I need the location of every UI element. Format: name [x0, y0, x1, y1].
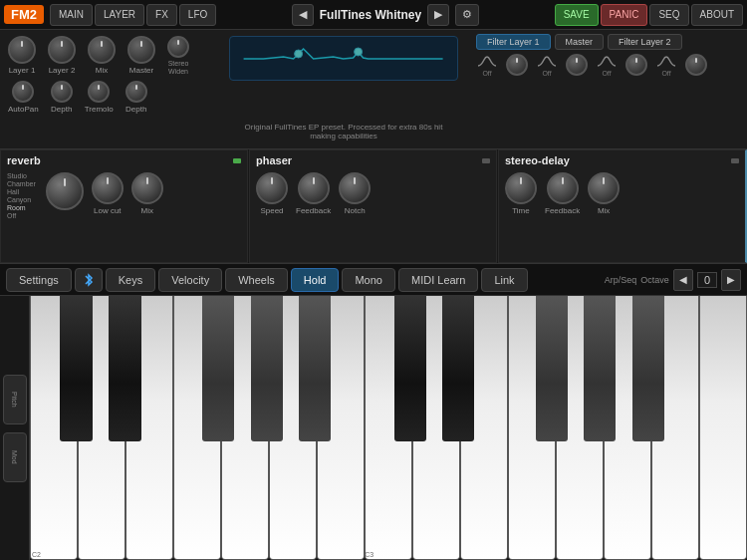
phaser-feedback-label: Feedback — [296, 206, 331, 215]
phaser-feedback-knob[interactable] — [298, 172, 330, 204]
phaser-knobs-row: Speed Feedback Notch — [256, 172, 490, 215]
phaser-speed-knob[interactable] — [256, 172, 288, 204]
black-key-ds2[interactable] — [109, 296, 140, 441]
delay-feedback-group: Feedback — [545, 172, 580, 215]
effects-section: reverb Studio Chamber Hall Canyon Room O… — [0, 149, 747, 264]
filter-knob-2-group — [566, 54, 588, 76]
filter-tabs: Filter Layer 1 Master Filter Layer 2 — [476, 34, 739, 50]
reverb-mix-knob[interactable] — [131, 172, 163, 204]
pitch-control[interactable]: Pitch — [3, 375, 27, 424]
black-key-as2[interactable] — [299, 296, 331, 441]
filter-knob-1[interactable] — [506, 54, 528, 76]
preset-options-icon[interactable]: ⚙ — [455, 4, 479, 26]
about-button[interactable]: ABOUT — [691, 4, 743, 26]
black-key-ds3[interactable] — [442, 296, 474, 441]
reverb-off-label: Off — [7, 212, 36, 219]
seq-button[interactable]: SEQ — [649, 4, 688, 26]
panic-button[interactable]: PANIC — [601, 4, 648, 26]
filter-layer2-tab[interactable]: Filter Layer 2 — [608, 34, 682, 50]
layer1-knob-group: Layer 1 — [8, 36, 36, 75]
filter-shape-2: Off — [536, 54, 558, 77]
phaser-notch-knob[interactable] — [339, 172, 371, 204]
layer2-knob[interactable] — [48, 36, 76, 64]
reverb-panel: reverb Studio Chamber Hall Canyon Room O… — [0, 149, 248, 263]
lfo-nav-btn[interactable]: LFO — [179, 4, 216, 26]
delay-time-label: Time — [512, 206, 529, 215]
black-key-as3[interactable] — [632, 296, 664, 441]
tremolo-knob-group: Tremolo — [85, 81, 114, 114]
filter-knob-3[interactable] — [625, 54, 647, 76]
filter-layer1-tab[interactable]: Filter Layer 1 — [476, 34, 551, 50]
reverb-modes-panel: Studio Chamber Hall Canyon Room Off — [7, 172, 36, 219]
delay-time-group: Time — [505, 172, 537, 215]
link-tab[interactable]: Link — [481, 268, 527, 292]
delay-feedback-knob[interactable] — [547, 172, 579, 204]
filter-master-tab[interactable]: Master — [555, 34, 605, 50]
bluetooth-icon — [83, 272, 95, 288]
black-key-fs3[interactable] — [536, 296, 568, 441]
octave-right-btn[interactable]: ▶ — [721, 269, 741, 291]
black-key-cs3[interactable] — [394, 296, 426, 441]
preset-prev-btn[interactable]: ◀ — [292, 4, 314, 26]
phaser-speed-group: Speed — [256, 172, 288, 215]
octave-left-btn[interactable]: ◀ — [673, 269, 693, 291]
save-button[interactable]: SAVE — [555, 4, 599, 26]
main-nav-btn[interactable]: MAIN — [50, 4, 93, 26]
white-key-c4[interactable] — [699, 296, 747, 560]
reverb-canyon-label: Canyon — [7, 196, 36, 203]
tremolo-knob[interactable] — [88, 81, 110, 103]
reverb-lowcut-group: Low cut — [92, 172, 124, 215]
phaser-feedback-group: Feedback — [296, 172, 331, 215]
depth-knob[interactable] — [51, 81, 73, 103]
filter-knob-2[interactable] — [566, 54, 588, 76]
layer-nav-btn[interactable]: LAYER — [95, 4, 144, 26]
hold-tab[interactable]: Hold — [291, 268, 340, 292]
depth2-label: Depth — [125, 105, 146, 114]
keys-tab[interactable]: Keys — [106, 268, 155, 292]
filter-off-4: Off — [661, 70, 670, 77]
black-key-gs2[interactable] — [251, 296, 283, 441]
reverb-led[interactable] — [233, 158, 241, 163]
mix-knob[interactable] — [88, 36, 116, 64]
autopan-label: AutoPan — [8, 105, 39, 114]
stereo-delay-led[interactable] — [731, 158, 739, 163]
piano-container: Pitch Mod — [0, 296, 747, 560]
main-knob-row-2: AutoPan Depth Tremolo Depth — [8, 81, 211, 114]
preset-next-btn[interactable]: ▶ — [427, 4, 449, 26]
delay-time-knob[interactable] — [505, 172, 537, 204]
filter-knob-4[interactable] — [685, 54, 707, 76]
main-section: Layer 1 Layer 2 Mix Master StereoWiden — [0, 30, 747, 149]
black-key-cs2[interactable] — [60, 296, 92, 441]
stereo-delay-title: stereo-delay — [505, 154, 570, 166]
autopan-knob[interactable] — [12, 81, 34, 103]
velocity-tab[interactable]: Velocity — [158, 268, 222, 292]
preset-area: ◀ FullTines Whitney ▶ ⚙ — [218, 4, 552, 26]
black-key-fs2[interactable] — [202, 296, 234, 441]
black-key-gs3[interactable] — [584, 296, 616, 441]
bluetooth-tab[interactable] — [75, 268, 103, 292]
layer2-label: Layer 2 — [49, 66, 76, 75]
stereo-widen-label: StereoWiden — [168, 60, 189, 77]
filter-knob-4-group — [685, 54, 707, 76]
stereo-delay-panel: stereo-delay Time Feedback Mix — [498, 149, 747, 263]
settings-tab[interactable]: Settings — [6, 268, 72, 292]
midi-learn-tab[interactable]: MIDI Learn — [398, 268, 478, 292]
stereo-widen-knob[interactable] — [167, 36, 189, 58]
filter-shape-3: Off — [596, 54, 618, 77]
wheels-tab[interactable]: Wheels — [225, 268, 288, 292]
filter-area: Filter Layer 1 Master Filter Layer 2 Off… — [468, 30, 747, 148]
depth2-knob[interactable] — [125, 81, 147, 103]
reverb-main-knob[interactable] — [46, 172, 84, 210]
delay-mix-knob[interactable] — [588, 172, 620, 204]
mono-tab[interactable]: Mono — [342, 268, 395, 292]
phaser-led[interactable] — [482, 158, 490, 163]
fx-nav-btn[interactable]: FX — [146, 4, 177, 26]
depth-label: Depth — [51, 105, 72, 114]
mod-control[interactable]: Mod — [3, 432, 27, 482]
reverb-lowcut-knob[interactable] — [92, 172, 124, 204]
waveform-svg — [241, 44, 445, 74]
layer1-knob[interactable] — [8, 36, 36, 64]
reverb-title: reverb — [7, 154, 41, 166]
master-knob[interactable] — [127, 36, 155, 64]
top-nav-bar: FM2 MAIN LAYER FX LFO ◀ FullTines Whitne… — [0, 0, 747, 30]
